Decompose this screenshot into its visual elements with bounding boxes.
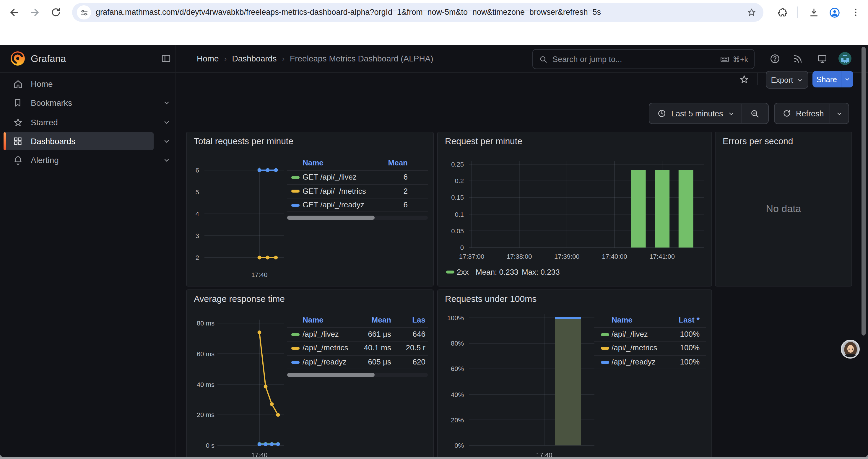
x-tick-label: 17:40:00 [594,252,635,261]
legend-scrollbar-thumb[interactable] [287,216,375,220]
share-label: Share [812,71,841,88]
apps-grid-icon [12,135,24,147]
sidebar-item-home[interactable]: Home [4,75,154,93]
page-scrollbar-thumb[interactable] [862,47,866,335]
search-placeholder: Search or jump to... [553,55,720,64]
y-tick-label: 20 ms [187,411,215,419]
legend-separator [287,198,428,198]
sidebar-item-bookmarks[interactable]: Bookmarks [4,94,154,112]
avatar-eye [848,349,850,350]
brand-name: Grafana [31,45,66,72]
breadcrumb-home[interactable]: Home [197,54,219,63]
export-button[interactable]: Export [766,71,808,89]
legend-mean: Mean: 0.233 [476,267,519,277]
legend-separator [287,184,428,185]
avatar-eye [852,349,853,350]
menu-icon[interactable] [849,6,862,19]
panel-errors-per-second: Errors per second No data [715,132,852,287]
favorite-star-icon[interactable] [737,72,751,86]
y-tick-label: 2 [187,254,199,262]
back-icon[interactable] [8,6,21,19]
x-tick-label: 17:38:00 [499,252,540,261]
breadcrumb: Home › Dashboards › Freeleaps Metrics Da… [197,45,433,72]
y-tick-label: 60 ms [187,350,215,358]
bell-icon [12,154,24,166]
assistant-avatar[interactable] [841,340,860,359]
legend-separator [287,369,428,369]
legend-separator [594,355,706,356]
x-tick-label: 17:39:00 [546,252,588,261]
legend-value: 620 [287,357,426,367]
bookmark-icon [12,97,24,109]
browser-window: grafana.mathmast.com/d/deytv4rwavabkb/fr… [0,0,868,459]
refresh-button[interactable]: Refresh [774,103,849,124]
chart-canvas [438,132,711,286]
clock-icon [657,109,666,118]
legend-scrollbar-thumb[interactable] [287,373,375,377]
extensions-icon[interactable] [776,6,789,19]
profile-icon[interactable] [828,6,841,19]
no-data-message: No data [716,132,851,286]
x-tick-label: 17:40 [524,451,565,457]
legend-series-name[interactable]: 2xx [457,267,469,277]
zoom-out-icon[interactable] [742,108,768,119]
refresh-interval-chevron[interactable] [831,110,848,117]
site-settings-icon[interactable] [77,5,91,20]
export-label: Export [771,75,793,84]
breadcrumb-separator: › [282,54,284,63]
search-input[interactable]: Search or jump to... ⌘+k [532,49,754,69]
search-icon [539,55,548,64]
reload-icon[interactable] [49,6,62,19]
legend-header-col[interactable]: Las [287,315,426,326]
bookmark-star-icon[interactable] [745,6,758,19]
bookmarks-bar: Freeleaps 收藏博客 [0,25,868,45]
toolbar-divider [757,73,757,85]
browser-toolbar: grafana.mathmast.com/d/deytv4rwavabkb/fr… [0,0,868,25]
share-menu-chevron[interactable] [841,71,853,88]
panel-average-response-time: Average response time 80 ms60 ms40 ms20 … [186,290,434,457]
share-button[interactable]: Share [812,71,853,88]
panel-toggle-icon[interactable] [159,52,173,66]
sidebar-item-label: Home [31,79,53,89]
url-bar[interactable]: grafana.mathmast.com/d/deytv4rwavabkb/fr… [72,3,764,22]
panel-requests-under-100ms: Requests under 100ms 100%80%60%40%20%0%1… [437,290,712,457]
sidebar-border [176,45,176,457]
sidebar-item-alerting[interactable]: Alerting [4,151,154,169]
sidebar-item-starred[interactable]: Starred [4,113,154,131]
url-text[interactable]: grafana.mathmast.com/d/deytv4rwavabkb/fr… [96,3,734,22]
time-range-picker[interactable]: Last 5 minutes [649,103,769,124]
help-icon[interactable] [768,52,782,66]
news-icon[interactable] [790,52,805,66]
grafana-logo[interactable] [9,50,26,67]
y-tick-label: 100% [438,314,464,322]
y-tick-label: 0 s [187,441,215,450]
user-avatar[interactable] [838,52,851,65]
breadcrumb-separator: › [224,54,227,63]
sidebar: Home Bookmarks Starred Dashboards Alerti [0,72,176,457]
chevron-down-icon[interactable] [162,118,172,127]
sidebar-item-dashboards[interactable]: Dashboards [4,132,154,150]
x-tick-label: 17:40 [239,451,280,457]
sidebar-item-label: Bookmarks [31,98,72,107]
chevron-down-icon[interactable] [162,155,172,165]
y-tick-label: 60% [438,365,464,373]
legend-header-col[interactable]: Last * [594,315,700,326]
chevron-down-icon[interactable] [162,136,172,146]
legend-header-col[interactable]: Mean [287,158,408,168]
star-icon [12,117,24,128]
breadcrumb-dashboards[interactable]: Dashboards [232,54,277,63]
legend-value: 6 [287,172,408,183]
chevron-down-icon[interactable] [162,98,172,107]
y-tick-label: 0.2 [438,177,464,185]
breadcrumb-current: Freeleaps Metrics Dashboard (ALPHA) [290,54,433,63]
toolbar-divider [797,6,798,18]
legend-separator [594,327,706,328]
legend-value: 646 [287,329,426,340]
y-tick-label: 80% [438,339,464,347]
grafana-header: Grafana Home › Dashboards › Freeleaps Me… [0,45,868,73]
download-icon[interactable] [807,6,820,19]
forward-icon[interactable] [28,6,41,19]
kiosk-icon[interactable] [815,52,829,66]
window-bottom-edge [0,457,868,459]
y-tick-label: 6 [187,166,199,174]
